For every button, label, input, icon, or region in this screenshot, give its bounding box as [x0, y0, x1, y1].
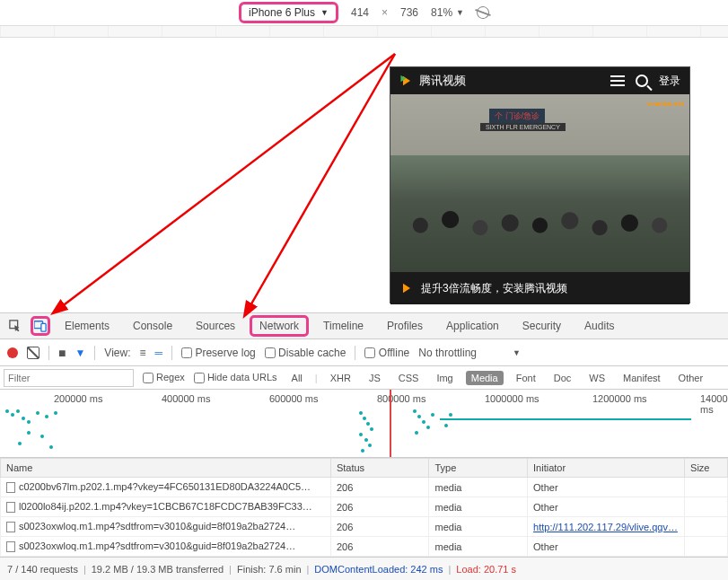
- screenshot-icon[interactable]: ■: [58, 346, 66, 360]
- inspect-element-icon[interactable]: [5, 316, 25, 336]
- app-logo[interactable]: 腾讯视频: [399, 73, 466, 89]
- cell-initiator: Other: [528, 537, 685, 557]
- status-bar: 7 / 140 requests | 19.2 MB / 19.3 MB tra…: [0, 557, 728, 580]
- time-label: 600000 ms: [269, 393, 318, 404]
- cell-name: c0200bv67lm.p202.1.mp4?vkey=4FC650131ED8…: [1, 478, 331, 497]
- hide-data-urls-checkbox[interactable]: Hide data URLs: [194, 372, 277, 383]
- viewport-height[interactable]: 736: [400, 6, 418, 19]
- menu-icon[interactable]: [610, 75, 625, 86]
- filter-chip-doc[interactable]: Doc: [548, 371, 577, 385]
- cell-initiator: Other: [528, 497, 685, 517]
- status-dcl: DOMContentLoaded: 242 ms: [314, 564, 443, 575]
- table-row[interactable]: c0200bv67lm.p202.1.mp4?vkey=4FC650131ED8…: [1, 478, 728, 497]
- col-size[interactable]: Size: [685, 459, 728, 478]
- cell-size: [685, 478, 728, 497]
- tab-audits[interactable]: Audits: [575, 316, 623, 336]
- cell-size: [685, 537, 728, 557]
- throttling-select[interactable]: No throttling▼: [418, 347, 521, 359]
- video-player[interactable]: 个 门诊/急诊 SIXTH FLR EMERGENCY v.ranks.xin: [390, 94, 689, 272]
- cell-type: media: [429, 537, 528, 557]
- record-button[interactable]: [7, 347, 18, 358]
- tab-sources[interactable]: Sources: [187, 316, 244, 336]
- cell-status: 206: [330, 478, 429, 497]
- col-name[interactable]: Name: [1, 459, 331, 478]
- regex-checkbox[interactable]: Regex: [143, 372, 185, 383]
- promo-banner[interactable]: 提升3倍流畅度，安装腾讯视频: [390, 272, 689, 304]
- emulated-phone: 腾讯视频 登录 个 门诊/急诊 SIXTH FLR EMERGENCY v.ra…: [390, 66, 690, 303]
- tab-security[interactable]: Security: [513, 316, 570, 336]
- tab-timeline[interactable]: Timeline: [314, 316, 373, 336]
- app-header: 腾讯视频 登录: [390, 67, 689, 94]
- device-select[interactable]: iPhone 6 Plus ▼: [239, 2, 338, 23]
- play-logo-icon: [399, 74, 414, 88]
- dimension-separator: ×: [382, 6, 388, 19]
- tab-network[interactable]: Network: [250, 315, 309, 337]
- time-label: 1200000 ms: [592, 393, 647, 404]
- login-link[interactable]: 登录: [659, 74, 680, 89]
- viewport-width[interactable]: 414: [351, 6, 369, 19]
- time-label: 400000 ms: [162, 393, 210, 404]
- filter-chip-media[interactable]: Media: [466, 371, 504, 385]
- device-toggle-icon[interactable]: [31, 316, 50, 336]
- filter-chip-img[interactable]: Img: [431, 371, 458, 385]
- svg-rect-4: [41, 323, 46, 331]
- table-row[interactable]: s0023oxwloq.m1.mp4?sdtfrom=v3010&guid=8f…: [1, 537, 728, 557]
- time-label: 1000000 ms: [485, 393, 539, 404]
- table-row[interactable]: l0200lo84ij.p202.1.mp4?vkey=1CBCB67C18FC…: [1, 497, 728, 517]
- chevron-down-icon: ▼: [320, 8, 329, 17]
- filter-chip-manifest[interactable]: Manifest: [618, 371, 666, 385]
- filter-input[interactable]: [4, 369, 134, 387]
- table-row[interactable]: s0023oxwloq.m1.mp4?sdtfrom=v3010&guid=8f…: [1, 517, 728, 537]
- waterfall-marks: [0, 408, 728, 458]
- device-emulation-bar: iPhone 6 Plus ▼ 414 × 736 81% ▼: [0, 0, 728, 25]
- filter-chip-font[interactable]: Font: [511, 371, 541, 385]
- cell-initiator[interactable]: http://111.202.117.29/vlive.qqv…: [528, 517, 685, 537]
- col-initiator[interactable]: Initiator: [528, 459, 685, 478]
- device-name: iPhone 6 Plus: [249, 6, 315, 19]
- filter-icon[interactable]: ▼: [75, 347, 85, 359]
- col-status[interactable]: Status: [330, 459, 429, 478]
- view-list-icon[interactable]: ≡: [140, 347, 146, 359]
- waterfall-overview[interactable]: 200000 ms 400000 ms 600000 ms 800000 ms …: [0, 390, 728, 458]
- tab-console[interactable]: Console: [124, 316, 181, 336]
- rotate-icon[interactable]: [475, 4, 491, 21]
- file-icon: [6, 522, 15, 532]
- offline-checkbox[interactable]: Offline: [364, 347, 409, 359]
- network-table: Name Status Type Initiator Size c0200bv6…: [0, 458, 728, 557]
- clear-icon[interactable]: [27, 347, 39, 359]
- filter-bar: Regex Hide data URLs All | XHR JS CSS Im…: [0, 366, 728, 390]
- watermark: v.ranks.xin: [647, 100, 684, 108]
- filter-chip-all[interactable]: All: [286, 371, 308, 385]
- tab-profiles[interactable]: Profiles: [378, 316, 432, 336]
- filter-chip-css[interactable]: CSS: [393, 371, 425, 385]
- cell-status: 206: [330, 517, 429, 537]
- play-logo-icon: [399, 281, 414, 295]
- filter-chip-ws[interactable]: WS: [583, 371, 610, 385]
- view-large-icon[interactable]: ═: [155, 347, 163, 359]
- file-icon: [6, 502, 15, 513]
- status-load: Load: 20.71 s: [456, 564, 516, 575]
- search-icon[interactable]: [636, 75, 648, 87]
- filter-chip-js[interactable]: JS: [364, 371, 386, 385]
- preserve-log-checkbox[interactable]: Preserve log: [181, 347, 256, 359]
- file-icon: [6, 541, 15, 552]
- filter-chip-other[interactable]: Other: [673, 371, 709, 385]
- disable-cache-checkbox[interactable]: Disable cache: [265, 347, 346, 359]
- view-label: View:: [104, 347, 130, 359]
- file-icon: [6, 482, 15, 493]
- zoom-select[interactable]: 81% ▼: [431, 6, 464, 19]
- scene-sign: 个 门诊/急诊: [489, 109, 545, 124]
- status-transfer: 19.2 MB / 19.3 MB transferred: [92, 564, 224, 575]
- filter-chip-xhr[interactable]: XHR: [325, 371, 356, 385]
- cell-status: 206: [330, 537, 429, 557]
- tab-elements[interactable]: Elements: [56, 316, 118, 336]
- cell-initiator: Other: [528, 478, 685, 497]
- cell-size: [685, 497, 728, 517]
- time-label: 800000 ms: [377, 393, 425, 404]
- tab-application[interactable]: Application: [437, 316, 508, 336]
- svg-line-1: [250, 54, 395, 307]
- cell-name: s0023oxwloq.m1.mp4?sdtfrom=v3010&guid=8f…: [1, 517, 331, 537]
- col-type[interactable]: Type: [429, 459, 528, 478]
- cell-status: 206: [330, 497, 429, 517]
- cell-type: media: [429, 497, 528, 517]
